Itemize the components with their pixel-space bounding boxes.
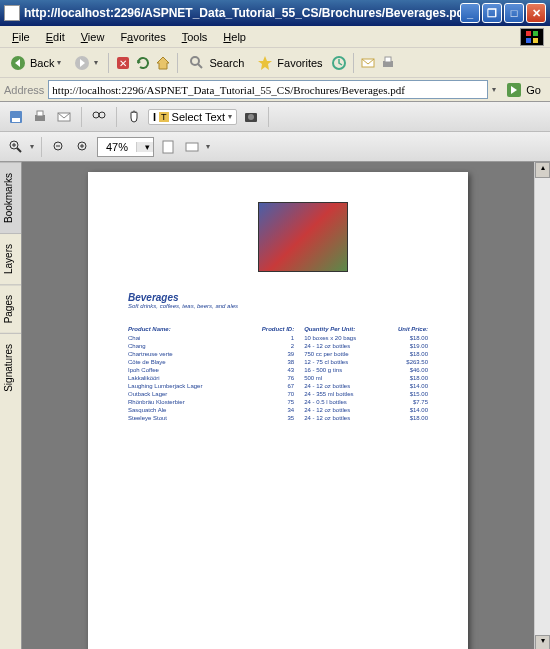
table-row: Chang224 - 12 oz bottles$19.00 [128,342,428,350]
select-label-icon: T [159,112,169,122]
forward-dropdown-icon[interactable]: ▾ [94,58,98,67]
col-qty: Quantity Per Unit: [304,324,383,334]
menu-edit[interactable]: Edit [38,29,73,45]
doc-subtitle: Soft drinks, coffees, teas, beers, and a… [128,303,428,309]
minimize-button[interactable]: _ [460,3,480,23]
print-icon[interactable] [379,54,397,72]
cell-id: 75 [240,398,304,406]
cell-name: Lakkalikööri [128,374,240,382]
document-view[interactable]: Beverages Soft drinks, coffees, teas, be… [22,162,534,649]
cell-name: Chartreuse verte [128,350,240,358]
svg-line-26 [17,148,21,152]
stop-icon[interactable]: ✕ [114,54,132,72]
zoom-field[interactable]: 47%▾ [97,137,154,157]
svg-rect-0 [526,31,531,36]
cell-name: Ipoh Coffee [128,366,240,374]
zoom-out-icon[interactable] [49,137,69,157]
snapshot-icon[interactable] [241,107,261,127]
select-dropdown-icon[interactable]: ▾ [228,112,232,121]
separator [177,53,178,73]
cell-name: Côte de Blaye [128,358,240,366]
vertical-scrollbar[interactable]: ▴ ▾ [534,162,550,649]
back-button[interactable]: Back▾ [4,51,66,75]
pdf-toolbar-2: ▾ 47%▾ ▾ [0,132,550,162]
table-row: Ipoh Coffee4316 - 500 g tins$46.00 [128,366,428,374]
tab-layers[interactable]: Layers [0,233,21,284]
tab-bookmarks[interactable]: Bookmarks [0,162,21,233]
fit-dropdown-icon[interactable]: ▾ [206,142,210,151]
cell-qty: 10 boxes x 20 bags [304,334,383,342]
svg-rect-2 [526,38,531,43]
address-dropdown-icon[interactable]: ▾ [492,85,496,94]
cell-qty: 24 - 12 oz bottles [304,414,383,422]
maximize-button[interactable]: □ [504,3,524,23]
zoom-in-icon[interactable] [6,137,26,157]
cell-qty: 24 - 355 ml bottles [304,390,383,398]
menu-help[interactable]: Help [215,29,254,45]
back-label: Back [30,57,54,69]
forward-icon [73,54,91,72]
fit-page-icon[interactable] [158,137,178,157]
svg-point-24 [248,114,254,120]
go-button[interactable]: Go [500,78,546,102]
cell-price: $18.00 [383,350,428,358]
close-button[interactable]: ✕ [526,3,546,23]
cell-id: 43 [240,366,304,374]
svg-rect-35 [186,143,198,151]
svg-rect-18 [37,111,43,116]
scroll-down-icon[interactable]: ▾ [535,635,550,649]
mail-icon[interactable] [359,54,377,72]
cell-qty: 500 ml [304,374,383,382]
cell-name: Steeleye Stout [128,414,240,422]
cell-qty: 24 - 12 oz bottles [304,382,383,390]
menu-favorites[interactable]: Favorites [112,29,173,45]
back-dropdown-icon[interactable]: ▾ [57,58,61,67]
cell-qty: 12 - 75 cl bottles [304,358,383,366]
scroll-up-icon[interactable]: ▴ [535,162,550,178]
table-row: Lakkalikööri76500 ml$18.00 [128,374,428,382]
select-text-label: Select Text [172,111,226,123]
select-text-button[interactable]: ITSelect Text▾ [148,109,237,125]
svg-line-9 [198,64,202,68]
restore-button[interactable]: ❐ [482,3,502,23]
back-icon [9,54,27,72]
star-icon [256,54,274,72]
svg-point-21 [99,112,105,118]
zoom-dropdown-icon[interactable]: ▾ [30,142,34,151]
doc-title: Beverages [128,292,428,303]
print-icon[interactable] [30,107,50,127]
tab-pages[interactable]: Pages [0,284,21,333]
svg-point-20 [93,112,99,118]
browser-toolbar: Back▾ ▾ ✕ Search Favorites [0,48,550,78]
hand-icon[interactable] [124,107,144,127]
window-buttons: _ ❐ □ ✕ [460,3,546,23]
zoom-in-icon-2[interactable] [73,137,93,157]
forward-button[interactable]: ▾ [68,51,103,75]
email-icon[interactable] [54,107,74,127]
menu-view[interactable]: View [73,29,113,45]
find-icon[interactable] [89,107,109,127]
address-input[interactable] [48,80,488,99]
cell-id: 35 [240,414,304,422]
scroll-track[interactable] [535,178,550,635]
cell-id: 39 [240,350,304,358]
home-icon[interactable] [154,54,172,72]
svg-point-8 [191,57,199,65]
refresh-icon[interactable] [134,54,152,72]
search-button[interactable]: Search [183,51,249,75]
tab-signatures[interactable]: Signatures [0,333,21,402]
sidebar: Bookmarks Layers Pages Signatures [0,162,22,649]
history-icon[interactable] [330,54,348,72]
menu-file[interactable]: File [4,29,38,45]
zoom-field-dropdown-icon[interactable]: ▾ [136,142,153,152]
cell-id: 2 [240,342,304,350]
favorites-button[interactable]: Favorites [251,51,327,75]
pdf-toolbar-1: ITSelect Text▾ [0,102,550,132]
menu-tools[interactable]: Tools [174,29,216,45]
fit-width-icon[interactable] [182,137,202,157]
cell-qty: 750 cc per bottle [304,350,383,358]
cell-name: Chang [128,342,240,350]
save-icon[interactable] [6,107,26,127]
address-bar: Address ▾ Go [0,78,550,102]
ie-icon [4,5,20,21]
